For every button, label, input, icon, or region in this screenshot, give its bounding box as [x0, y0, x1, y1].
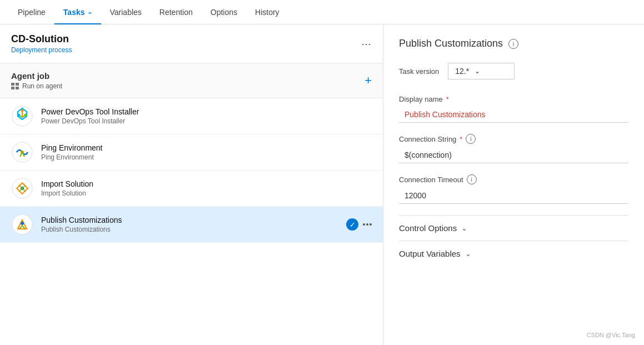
left-panel: CD-Solution Deployment process ⋯ Agent j…: [0, 24, 383, 345]
tasks-chevron-icon: ⌄: [87, 8, 92, 16]
cd-header-info: CD-Solution Deployment process: [11, 33, 72, 54]
output-variables-label: Output Variables: [399, 249, 461, 258]
agent-job-title: Agent job: [11, 71, 62, 81]
svg-point-7: [24, 114, 27, 117]
display-name-label: Display name *: [399, 95, 628, 103]
ping-env-icon: [11, 141, 33, 163]
agent-job-section: Agent job Run on agent +: [0, 63, 383, 98]
import-solution-icon: [11, 177, 33, 199]
control-options-chevron-icon: ⌄: [461, 224, 467, 232]
connection-string-required: *: [460, 135, 462, 143]
agent-job-sub: Run on agent: [11, 82, 62, 90]
power-devops-icon: [11, 105, 33, 127]
panel-header: Publish Customizations i: [399, 38, 628, 49]
power-devops-text: Power DevOps Tool Installer Power DevOps…: [41, 107, 139, 125]
display-name-group: Display name *: [399, 95, 628, 123]
task-item-ping-env[interactable]: Ping Environment Ping Environment: [0, 134, 383, 171]
task-version-row: Task version 12.* ⌄: [399, 63, 628, 79]
task-item-import-solution[interactable]: Import Solution Import Solution: [0, 171, 383, 207]
watermark: CSDN @Vic.Tang: [587, 332, 635, 338]
control-options-label: Control Options: [399, 223, 457, 233]
output-variables-section[interactable]: Output Variables ⌄: [399, 241, 628, 266]
nav-retention[interactable]: Retention: [151, 0, 202, 24]
svg-rect-1: [16, 83, 19, 86]
svg-point-14: [21, 222, 24, 225]
connection-string-input[interactable]: [399, 147, 628, 163]
task-item-publish-customizations[interactable]: Publish Customizations Publish Customiza…: [0, 207, 383, 243]
nav-pipeline[interactable]: Pipeline: [9, 0, 54, 24]
import-solution-text: Import Solution Import Solution: [41, 179, 93, 197]
run-on-agent-icon: [11, 83, 20, 90]
cd-header: CD-Solution Deployment process ⋯: [0, 24, 383, 63]
svg-rect-0: [11, 83, 14, 86]
task-version-label: Task version: [399, 67, 439, 76]
task-check-icon: ✓: [346, 218, 358, 231]
add-task-button[interactable]: +: [365, 73, 372, 88]
display-name-input[interactable]: [399, 107, 628, 123]
cd-title: CD-Solution: [11, 33, 72, 45]
main-layout: CD-Solution Deployment process ⋯ Agent j…: [0, 24, 644, 345]
connection-string-label: Connection String * i: [399, 134, 628, 144]
svg-point-5: [21, 109, 24, 112]
svg-rect-2: [11, 87, 14, 89]
nav-options[interactable]: Options: [202, 0, 246, 24]
agent-job-info: Agent job Run on agent: [11, 71, 62, 90]
task-item-power-devops[interactable]: Power DevOps Tool Installer Power DevOps…: [0, 98, 383, 134]
nav-history[interactable]: History: [246, 0, 288, 24]
right-panel: Publish Customizations i Task version 12…: [383, 24, 644, 345]
task-options-button[interactable]: [363, 223, 372, 226]
panel-title: Publish Customizations: [399, 38, 503, 49]
connection-timeout-info-icon[interactable]: i: [467, 174, 477, 184]
connection-timeout-label: Connection Timeout i: [399, 174, 628, 184]
output-variables-chevron-icon: ⌄: [465, 249, 471, 258]
task-list: Power DevOps Tool Installer Power DevOps…: [0, 98, 383, 345]
publish-customizations-text: Publish Customizations Publish Customiza…: [41, 216, 122, 233]
panel-info-icon[interactable]: i: [508, 39, 518, 49]
nav-variables[interactable]: Variables: [101, 0, 151, 24]
publish-customizations-icon: [11, 213, 33, 236]
display-name-required: *: [446, 95, 449, 103]
ellipsis-button[interactable]: ⋯: [361, 38, 372, 50]
control-options-section[interactable]: Control Options ⌄: [399, 215, 628, 241]
svg-point-6: [18, 114, 21, 117]
task-item-actions: ✓: [346, 218, 372, 231]
ping-env-text: Ping Environment Ping Environment: [41, 143, 103, 161]
nav-tasks[interactable]: Tasks ⌄: [54, 0, 101, 24]
task-version-select[interactable]: 12.* ⌄: [448, 63, 515, 79]
task-version-value: 12.*: [455, 67, 469, 76]
connection-timeout-input[interactable]: [399, 188, 628, 204]
top-nav: Pipeline Tasks ⌄ Variables Retention Opt…: [0, 0, 644, 24]
connection-string-group: Connection String * i: [399, 134, 628, 163]
cd-subtitle: Deployment process: [11, 46, 72, 54]
version-chevron-icon: ⌄: [475, 67, 480, 75]
svg-rect-3: [16, 87, 19, 89]
connection-string-info-icon[interactable]: i: [466, 134, 476, 144]
connection-timeout-group: Connection Timeout i: [399, 174, 628, 204]
